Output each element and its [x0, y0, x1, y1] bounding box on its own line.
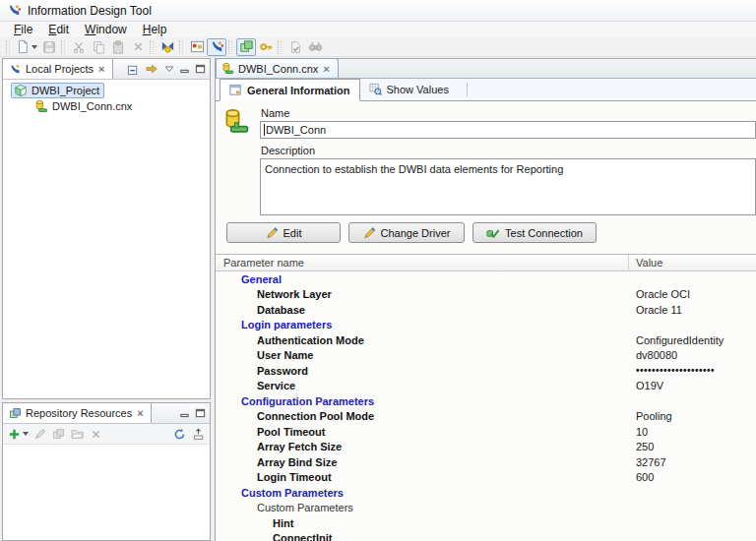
- minimize-icon[interactable]: [179, 64, 190, 74]
- idt-perspective-icon[interactable]: [207, 38, 226, 56]
- parameter-table: Parameter name Value General Network Lay…: [216, 254, 756, 541]
- repository-resources-tab-row: Repository Resources ×: [3, 403, 210, 424]
- cut-icon[interactable]: [69, 38, 89, 56]
- new-document-icon[interactable]: [14, 38, 39, 56]
- menu-bar: File Edit Window Help: [0, 22, 756, 37]
- cube-icon[interactable]: [52, 428, 65, 441]
- collapse-all-icon[interactable]: [127, 63, 140, 76]
- link-with-editor-icon[interactable]: [145, 63, 159, 76]
- tab-show-values[interactable]: Show Values: [360, 79, 458, 100]
- open-icon[interactable]: [71, 428, 85, 440]
- table-row[interactable]: DatabaseOracle 11: [216, 302, 756, 318]
- view-menu-icon[interactable]: [164, 65, 174, 73]
- save-icon[interactable]: [39, 38, 59, 56]
- table-row[interactable]: Login parameters: [216, 318, 756, 333]
- collapse-up-icon[interactable]: [192, 428, 205, 441]
- test-connection-check-icon: [486, 226, 500, 239]
- close-icon[interactable]: ×: [136, 408, 144, 418]
- publish-key-icon[interactable]: [158, 38, 177, 56]
- close-icon[interactable]: ×: [322, 63, 330, 75]
- minimize-icon[interactable]: [179, 408, 190, 418]
- table-row[interactable]: User Namedv80080: [216, 348, 756, 364]
- show-values-icon: [369, 83, 382, 95]
- table-row[interactable]: Configuration Parameters: [216, 393, 756, 409]
- name-label: Name: [261, 107, 756, 119]
- edit-icon[interactable]: [34, 428, 46, 440]
- editor-tab-connection[interactable]: DWBI_Conn.cnx ×: [216, 58, 339, 78]
- masked-password-value: ••••••••••••••••••••: [629, 365, 756, 376]
- tab-local-projects[interactable]: Local Projects ×: [3, 59, 113, 79]
- repository-icon: [9, 407, 22, 420]
- toolbar-separator: [278, 40, 282, 54]
- local-projects-panel: Local Projects × DWBI_Project: [2, 58, 211, 399]
- insert-cube-icon[interactable]: [236, 38, 256, 56]
- menu-edit[interactable]: Edit: [40, 22, 77, 37]
- delete-icon[interactable]: [91, 429, 101, 440]
- welcome-icon[interactable]: [187, 38, 207, 56]
- table-row[interactable]: Hint: [216, 515, 756, 531]
- maximize-icon[interactable]: [195, 408, 206, 418]
- table-row[interactable]: ConnectInit: [216, 531, 756, 541]
- check-integrity-icon[interactable]: [285, 38, 305, 56]
- main-area: Local Projects × DWBI_Project: [0, 57, 756, 541]
- table-row-password[interactable]: Password••••••••••••••••••••: [216, 363, 756, 379]
- column-parameter-name[interactable]: Parameter name: [216, 255, 629, 271]
- delete-icon[interactable]: [128, 38, 148, 56]
- menu-help[interactable]: Help: [135, 22, 175, 37]
- table-row[interactable]: Connection Pool ModePooling: [216, 409, 756, 425]
- text-caret: [264, 124, 265, 136]
- editor-tab-label: DWBI_Conn.cnx: [238, 63, 318, 75]
- button-label: Test Connection: [505, 227, 583, 239]
- change-driver-icon: [363, 226, 376, 239]
- connection-icon-large: [222, 107, 250, 135]
- toolbar-separator: [179, 40, 183, 54]
- table-row[interactable]: Custom Parameters: [216, 501, 756, 516]
- table-row[interactable]: Login Timeout600: [216, 470, 756, 486]
- description-input[interactable]: Connection to establish the DWBI data el…: [260, 158, 756, 215]
- security-key-icon[interactable]: [256, 38, 276, 56]
- test-connection-button[interactable]: Test Connection: [472, 222, 597, 243]
- button-label: Edit: [284, 227, 302, 239]
- table-row[interactable]: Network LayerOracle OCI: [216, 287, 756, 303]
- table-row[interactable]: Array Fetch Size250: [216, 440, 756, 455]
- change-driver-button[interactable]: Change Driver: [348, 222, 465, 243]
- copy-icon[interactable]: [89, 38, 108, 56]
- maximize-icon[interactable]: [195, 64, 206, 74]
- description-label: Description: [261, 145, 756, 156]
- table-row[interactable]: Authentication ModeConfiguredIdentity: [216, 332, 756, 348]
- table-row[interactable]: Array Bind Size32767: [216, 454, 756, 470]
- column-value[interactable]: Value: [629, 257, 756, 269]
- connection-icon: [34, 99, 48, 113]
- repository-toolbar: [3, 424, 210, 445]
- tree-item-connection[interactable]: DWBI_Conn.cnx: [3, 98, 210, 114]
- insert-session-menu-icon[interactable]: [23, 432, 29, 436]
- window-title: Information Design Tool: [28, 4, 152, 18]
- tab-repository-resources[interactable]: Repository Resources ×: [3, 403, 152, 423]
- general-information-icon: [229, 84, 242, 96]
- local-projects-tree: DWBI_Project DWBI_Conn.cnx: [3, 80, 210, 114]
- table-row[interactable]: Custom Parameters: [216, 485, 756, 501]
- paste-icon[interactable]: [108, 38, 128, 56]
- table-row[interactable]: General: [216, 271, 756, 287]
- refresh-icon[interactable]: [173, 428, 186, 441]
- edit-button[interactable]: Edit: [226, 222, 341, 243]
- connection-icon: [221, 62, 234, 75]
- repository-resources-panel: Repository Resources ×: [2, 402, 211, 541]
- parameter-table-header: Parameter name Value: [216, 255, 756, 271]
- menu-window[interactable]: Window: [77, 22, 135, 37]
- table-row[interactable]: Pool Timeout10: [216, 424, 756, 440]
- tree-item-project[interactable]: DWBI_Project: [3, 83, 210, 98]
- table-row[interactable]: ServiceO19V: [216, 379, 756, 394]
- local-projects-icon: [9, 63, 22, 76]
- close-icon[interactable]: ×: [97, 64, 105, 74]
- project-icon: [14, 84, 28, 97]
- app-icon: [7, 3, 22, 18]
- name-input[interactable]: DWBI_Conn: [260, 121, 756, 139]
- editor-body: General Information Show Values Name DWB…: [216, 79, 756, 541]
- insert-session-icon[interactable]: [8, 428, 29, 441]
- editor-inner-tabs: General Information Show Values: [216, 79, 756, 101]
- find-binoculars-icon[interactable]: [305, 38, 325, 56]
- tab-label: Show Values: [387, 84, 449, 95]
- menu-file[interactable]: File: [6, 22, 40, 37]
- tab-general-information[interactable]: General Information: [220, 79, 360, 101]
